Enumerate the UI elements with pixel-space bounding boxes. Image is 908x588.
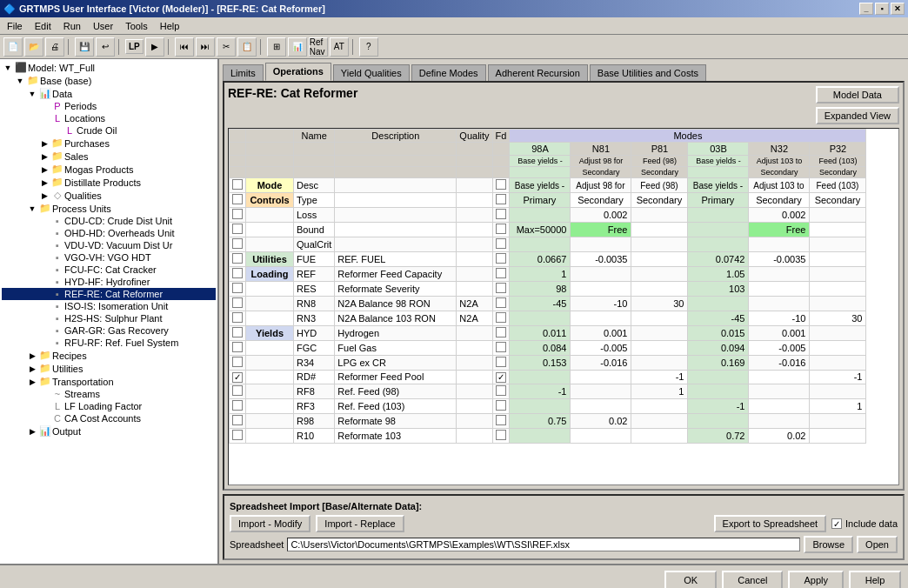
row-mode-value[interactable] — [810, 356, 866, 371]
row-mode-value[interactable]: 0.002 — [749, 208, 810, 223]
row-fd-cell[interactable] — [492, 267, 510, 282]
tree-sales[interactable]: ▶ 📁 Sales — [2, 150, 216, 163]
tab-base-utilities[interactable]: Base Utilities and Costs — [590, 64, 706, 81]
row-mode-value[interactable]: 0.02 — [571, 413, 631, 428]
row-mode-value[interactable] — [688, 208, 749, 223]
row-mode-value[interactable]: -0.005 — [571, 341, 631, 356]
row-mode-value[interactable] — [631, 356, 688, 371]
row-fd-checkbox[interactable] — [496, 312, 506, 323]
row-fd-cell[interactable] — [492, 413, 510, 428]
row-mode-value[interactable] — [749, 297, 810, 311]
tree-utilities[interactable]: ▶ 📁 Utilities — [2, 362, 216, 375]
table-row[interactable]: R10Reformate 1030.720.02 — [230, 428, 866, 443]
row-mode-value[interactable] — [810, 267, 866, 282]
tree-h2s[interactable]: ▪ H2S-HS: Sulphur Plant — [2, 312, 216, 324]
row-mode-value[interactable]: Free — [749, 223, 810, 237]
row-mode-value[interactable]: 1.05 — [688, 267, 749, 282]
row-checkbox[interactable] — [232, 415, 243, 425]
tree-rfu[interactable]: ▪ RFU-RF: Ref. Fuel System — [2, 337, 216, 349]
row-mode-value[interactable]: -10 — [571, 297, 631, 311]
cancel-button[interactable]: Cancel — [722, 571, 783, 588]
row-mode-value[interactable]: 30 — [631, 297, 688, 311]
row-fd-checkbox[interactable] — [496, 415, 506, 425]
row-mode-value[interactable] — [810, 341, 866, 356]
tb-save[interactable]: 💾 — [75, 37, 94, 57]
row-mode-value[interactable]: 1 — [631, 384, 688, 398]
tab-limits[interactable]: Limits — [223, 64, 264, 81]
row-mode-value[interactable]: 30 — [810, 311, 866, 326]
tree-fcu[interactable]: ▪ FCU-FC: Cat Cracker — [2, 264, 216, 276]
row-mode-value[interactable]: 0.094 — [688, 341, 749, 356]
table-row[interactable]: ModeDescBase yields -Adjust 98 forFeed (… — [230, 178, 866, 193]
row-checkbox[interactable] — [232, 430, 243, 440]
row-fd-cell[interactable] — [492, 223, 510, 237]
row-mode-value[interactable]: -0.016 — [571, 356, 631, 371]
expanded-view-button[interactable]: Expanded View — [816, 107, 899, 124]
row-checkbox-cell[interactable] — [230, 341, 246, 356]
row-mode-value[interactable] — [688, 297, 749, 311]
table-row[interactable]: ControlsTypePrimarySecondarySecondaryPri… — [230, 193, 866, 208]
row-mode-value[interactable]: Secondary — [810, 193, 866, 208]
row-checkbox-cell[interactable] — [230, 311, 246, 326]
tb-grid[interactable]: ⊞ — [267, 37, 286, 57]
row-fd-checkbox[interactable] — [496, 253, 506, 264]
row-fd-cell[interactable] — [492, 297, 510, 311]
row-checkbox-cell[interactable] — [230, 208, 246, 223]
path-input[interactable] — [287, 538, 800, 551]
row-mode-value[interactable]: 1 — [510, 267, 571, 282]
menu-user[interactable]: User — [88, 19, 118, 33]
row-mode-value[interactable]: 0.0742 — [688, 252, 749, 267]
row-fd-cell[interactable] — [492, 341, 510, 356]
tb-mode1[interactable]: ⏮ — [175, 37, 194, 57]
row-mode-value[interactable] — [571, 398, 631, 413]
row-mode-value[interactable] — [688, 413, 749, 428]
row-mode-value[interactable] — [810, 326, 866, 341]
row-mode-value[interactable] — [510, 311, 571, 326]
row-checkbox-cell[interactable] — [230, 267, 246, 282]
tb-nav1[interactable]: Ref Nav — [309, 37, 328, 57]
row-checkbox[interactable] — [232, 327, 243, 337]
row-fd-cell[interactable] — [492, 384, 510, 398]
row-mode-value[interactable] — [510, 398, 571, 413]
row-mode-value[interactable] — [749, 267, 810, 282]
expand-data[interactable]: ▼ — [26, 90, 38, 98]
tree-streams[interactable]: ~ Streams — [2, 388, 216, 400]
tree-recipes[interactable]: ▶ 📁 Recipes — [2, 349, 216, 362]
import-replace-button[interactable]: Import - Replace — [316, 515, 404, 532]
row-mode-value[interactable]: -1 — [810, 371, 866, 384]
row-fd-checkbox[interactable] — [496, 268, 506, 278]
row-mode-value[interactable] — [810, 237, 866, 252]
row-mode-value[interactable] — [749, 413, 810, 428]
row-checkbox[interactable] — [232, 297, 243, 308]
row-fd-checkbox[interactable] — [496, 400, 506, 411]
row-checkbox[interactable] — [232, 253, 243, 264]
row-checkbox[interactable] — [232, 357, 243, 367]
tb-new[interactable]: 📄 — [3, 37, 23, 57]
row-fd-checkbox[interactable] — [496, 372, 506, 383]
table-row[interactable]: R34LPG ex CR0.153-0.0160.169-0.016 — [230, 356, 866, 371]
tree-lf[interactable]: L LF Loading Factor — [2, 400, 216, 412]
close-button[interactable]: ✕ — [891, 3, 905, 15]
row-mode-value[interactable]: -45 — [510, 297, 571, 311]
row-mode-value[interactable]: 0.015 — [688, 326, 749, 341]
row-mode-value[interactable]: -1 — [631, 371, 688, 384]
row-fd-checkbox[interactable] — [496, 430, 506, 440]
tree-data[interactable]: ▼ 📊 Data — [2, 87, 216, 100]
row-checkbox-cell[interactable] — [230, 384, 246, 398]
row-fd-checkbox[interactable] — [496, 224, 506, 234]
menu-run[interactable]: Run — [58, 19, 86, 33]
help-button[interactable]: Help — [849, 571, 901, 588]
tree-output[interactable]: ▶ 📊 Output — [2, 424, 216, 438]
table-row[interactable]: UtilitiesFUEREF. FUEL0.0667-0.00350.0742… — [230, 252, 866, 267]
row-checkbox[interactable] — [232, 194, 243, 204]
row-mode-value[interactable] — [571, 311, 631, 326]
row-mode-value[interactable] — [571, 267, 631, 282]
tree-base[interactable]: ▼ 📁 Base (base) — [2, 74, 216, 87]
table-row[interactable]: LoadingREFReformer Feed Capacity11.05 — [230, 267, 866, 282]
tab-yield-qualities[interactable]: Yield Qualities — [333, 64, 410, 81]
row-mode-value[interactable] — [631, 267, 688, 282]
row-mode-value[interactable] — [749, 282, 810, 297]
tree-ca[interactable]: C CA Cost Accounts — [2, 412, 216, 424]
row-fd-cell[interactable] — [492, 208, 510, 223]
tree-cdu[interactable]: ▪ CDU-CD: Crude Dist Unit — [2, 215, 216, 227]
